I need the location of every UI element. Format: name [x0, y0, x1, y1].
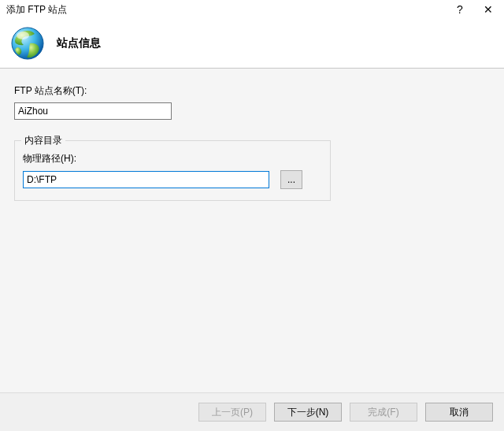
cancel-button[interactable]: 取消: [425, 403, 493, 422]
finish-button: 完成(F): [350, 403, 417, 422]
physical-path-row: ...: [23, 170, 322, 189]
content-directory-legend: 内容目录: [21, 134, 65, 147]
physical-path-input[interactable]: [23, 171, 269, 188]
help-button[interactable]: ?: [446, 0, 474, 19]
wizard-footer: 上一页(P) 下一步(N) 完成(F) 取消: [0, 392, 504, 431]
help-icon: ?: [457, 3, 463, 16]
titlebar: 添加 FTP 站点 ? ✕: [0, 0, 504, 19]
site-name-input[interactable]: [14, 102, 172, 120]
window-title: 添加 FTP 站点: [6, 3, 446, 17]
wizard-header: 站点信息: [0, 19, 504, 69]
svg-point-1: [17, 32, 29, 39]
browse-button[interactable]: ...: [280, 170, 302, 189]
content-directory-group: 内容目录 物理路径(H): ...: [14, 140, 331, 201]
globe-icon: [9, 25, 46, 61]
close-button[interactable]: ✕: [474, 0, 502, 19]
wizard-content: FTP 站点名称(T): 内容目录 物理路径(H): ...: [0, 69, 504, 392]
previous-button: 上一页(P): [198, 403, 266, 422]
close-icon: ✕: [484, 3, 493, 16]
wizard-title: 站点信息: [57, 36, 101, 50]
site-name-field: FTP 站点名称(T):: [14, 84, 490, 120]
ellipsis-icon: ...: [287, 174, 295, 185]
site-name-label: FTP 站点名称(T):: [14, 84, 490, 98]
physical-path-label: 物理路径(H):: [23, 152, 322, 165]
next-button[interactable]: 下一步(N): [274, 403, 342, 422]
